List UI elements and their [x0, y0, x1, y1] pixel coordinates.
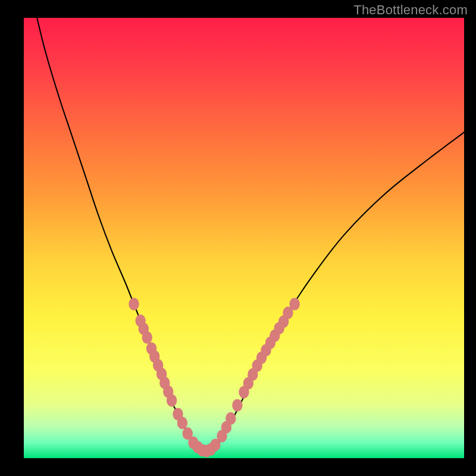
plot-area [24, 18, 464, 458]
curve-marker [233, 399, 242, 411]
curve-marker [177, 417, 187, 429]
curve-marker [290, 298, 299, 310]
chart-frame: TheBottleneck.com [0, 0, 476, 476]
curve-marker [129, 298, 139, 310]
curve-marker [142, 331, 152, 343]
curve-marker [226, 412, 236, 424]
curve-layer [24, 18, 464, 458]
watermark-label: TheBottleneck.com [353, 2, 468, 18]
curve-marker [167, 394, 177, 406]
curve-markers [129, 298, 299, 457]
